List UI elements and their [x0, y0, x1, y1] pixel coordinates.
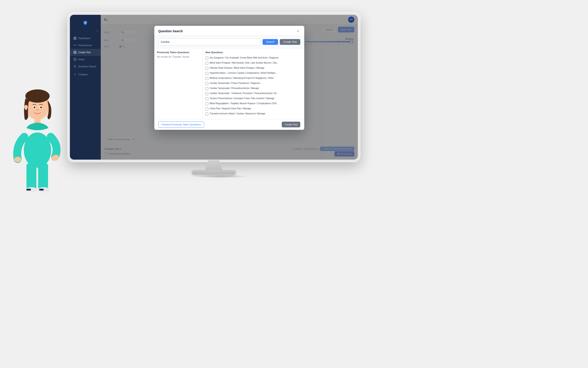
- question-checkbox[interactable]: [205, 77, 208, 80]
- monitor-stand: [192, 160, 236, 178]
- question-item: Mitral Valve Prolapse / Mid-Systolic Cli…: [205, 61, 302, 65]
- question-item: Chest Pain / Atypical Chest Pain / Manag…: [205, 106, 302, 111]
- svg-rect-7: [26, 189, 31, 191]
- svg-rect-20: [75, 37, 76, 38]
- svg-point-15: [36, 109, 39, 111]
- previously-taken-header: Previously Taken Questions: [157, 51, 200, 54]
- svg-point-29: [74, 65, 76, 67]
- svg-point-13: [34, 106, 35, 108]
- modal-create-test-button[interactable]: Create Test: [280, 39, 300, 45]
- question-checkbox[interactable]: [205, 57, 208, 60]
- question-text: Dry Gangrene / Toe Gradually Turned Blac…: [210, 56, 279, 59]
- question-text: Transient Ischemic Attack / Cardiac Ultr…: [210, 112, 265, 115]
- question-checkbox[interactable]: [205, 102, 208, 105]
- question-text: Hyperthyroidism - Common Cardiac Complic…: [210, 72, 277, 75]
- sidebar-item-question-search-label: Question Search: [78, 65, 96, 68]
- preview-previously-taken-button[interactable]: Preview Previously Taken Questions: [158, 121, 204, 128]
- svg-rect-21: [74, 38, 75, 39]
- question-text: Medical Jurisprudence / Attending At Fau…: [210, 77, 274, 80]
- stand-shadow: [192, 175, 249, 178]
- sidebar-item-create-test[interactable]: Create Test: [70, 49, 101, 56]
- sidebar-item-create-test-label: Create Test: [78, 51, 91, 54]
- question-text: Cardiac Tamponade - Treatment, Procedure…: [210, 92, 278, 95]
- svg-rect-3: [26, 163, 36, 190]
- svg-point-14: [40, 106, 42, 108]
- question-text: Mitral Valve Prolapse / Mid-Systolic Cli…: [210, 61, 279, 64]
- modal-search-input[interactable]: [158, 38, 261, 46]
- question-checkbox[interactable]: [205, 92, 208, 95]
- modal-title: Question Search: [158, 29, 183, 33]
- question-text: Cardiac Tamponade / Pulsus Paradoxus / D…: [210, 82, 260, 85]
- question-item: Dry Gangrene / Toe Gradually Turned Blac…: [205, 55, 302, 61]
- no-results-text: No results for "Cardiac" found: [157, 55, 200, 58]
- sidebar-item-performance[interactable]: Performance: [70, 42, 101, 49]
- stand-neck: [205, 160, 223, 170]
- sidebar-item-notes[interactable]: Notes: [70, 56, 101, 63]
- modal-new-questions-col: New Questions Dry Gangrene / Toe Gradual…: [203, 48, 304, 119]
- question-item: Cardiac Tamponade / Pericardiocentesis /…: [205, 86, 302, 91]
- monitor-screen: » Dashboard Performance Create Test Note…: [70, 15, 358, 160]
- question-checkbox[interactable]: [205, 67, 208, 70]
- question-text: Mitral Regurgitation - Papillary Muscle …: [210, 102, 278, 105]
- modal-overlay[interactable]: Question Search × Search Create Test: [101, 15, 358, 160]
- sidebar-collapse[interactable]: Collapse: [70, 71, 101, 78]
- nurse-illustration: [7, 35, 68, 212]
- monitor-frame: » Dashboard Performance Create Test Note…: [67, 12, 360, 162]
- svg-rect-4: [38, 163, 48, 190]
- question-checkbox[interactable]: [205, 82, 208, 85]
- sidebar-item-performance-label: Performance: [78, 44, 92, 46]
- sidebar-item-dashboard-label: Dashboard: [78, 37, 90, 39]
- svg-line-30: [75, 67, 76, 68]
- monitor: » Dashboard Performance Create Test Note…: [67, 12, 360, 178]
- main-content: S... SU Cancel Start Test Hardest: [101, 15, 358, 160]
- sidebar-logo: [70, 18, 101, 29]
- svg-point-2: [14, 157, 21, 162]
- questions-list: Dry Gangrene / Toe Gradually Turned Blac…: [205, 55, 302, 116]
- modal-body: Previously Taken Questions No results fo…: [154, 48, 304, 119]
- question-search-modal: Question Search × Search Create Test: [154, 26, 304, 130]
- question-checkbox[interactable]: [205, 87, 208, 90]
- modal-close-button[interactable]: ×: [296, 29, 300, 33]
- modal-search-button[interactable]: Search: [263, 39, 278, 45]
- question-checkbox[interactable]: [205, 97, 208, 100]
- sidebar-item-dashboard[interactable]: Dashboard: [70, 35, 101, 42]
- question-item: Mitral Regurgitation - Papillary Muscle …: [205, 101, 302, 106]
- sidebar-toggle[interactable]: »: [70, 29, 101, 35]
- question-checkbox[interactable]: [205, 113, 208, 115]
- question-item: Medical Jurisprudence / Attending At Fau…: [205, 76, 302, 81]
- modal-footer: Preview Previously Taken Questions Creat…: [154, 119, 304, 130]
- stand-base: [192, 170, 236, 175]
- modal-previously-taken-col: Previously Taken Questions No results fo…: [154, 48, 203, 119]
- question-item: Valvular Heart Disease / Mitral Valve Pr…: [205, 65, 302, 71]
- question-item: Cardiac Tamponade - Treatment, Procedure…: [205, 91, 302, 96]
- question-item: Transient Ischemic Attack / Cardiac Ultr…: [205, 111, 302, 116]
- modal-header: Question Search ×: [154, 26, 304, 36]
- sidebar: » Dashboard Performance Create Test Note…: [70, 15, 101, 160]
- sidebar-item-notes-label: Notes: [78, 58, 85, 61]
- question-item: Tension Pneumothorax / Emergent Chest Tu…: [205, 96, 302, 101]
- sidebar-item-question-search[interactable]: Question Search: [70, 63, 101, 70]
- question-item: Hyperthyroidism - Common Cardiac Complic…: [205, 71, 302, 76]
- svg-rect-8: [39, 189, 44, 191]
- modal-footer-create-test-button[interactable]: Create Test: [282, 122, 300, 127]
- sidebar-collapse-label: Collapse: [78, 73, 88, 76]
- question-text: Tension Pneumothorax / Emergent Chest Tu…: [210, 97, 274, 100]
- question-item: Cardiac Tamponade / Pulsus Paradoxus / D…: [205, 81, 302, 86]
- svg-rect-22: [75, 38, 76, 39]
- question-checkbox[interactable]: [205, 72, 208, 75]
- question-text: Cardiac Tamponade / Pericardiocentesis /…: [210, 87, 259, 90]
- question-text: Valvular Heart Disease / Mitral Valve Pr…: [210, 66, 264, 70]
- modal-search-row: Search Create Test: [154, 36, 304, 48]
- question-text: Chest Pain / Atypical Chest Pain / Manag…: [210, 107, 251, 110]
- question-checkbox[interactable]: [205, 62, 208, 65]
- svg-rect-26: [74, 58, 76, 61]
- new-questions-header: New Questions: [205, 51, 302, 54]
- svg-rect-19: [74, 37, 75, 38]
- question-checkbox[interactable]: [205, 108, 208, 110]
- svg-point-17: [25, 109, 27, 110]
